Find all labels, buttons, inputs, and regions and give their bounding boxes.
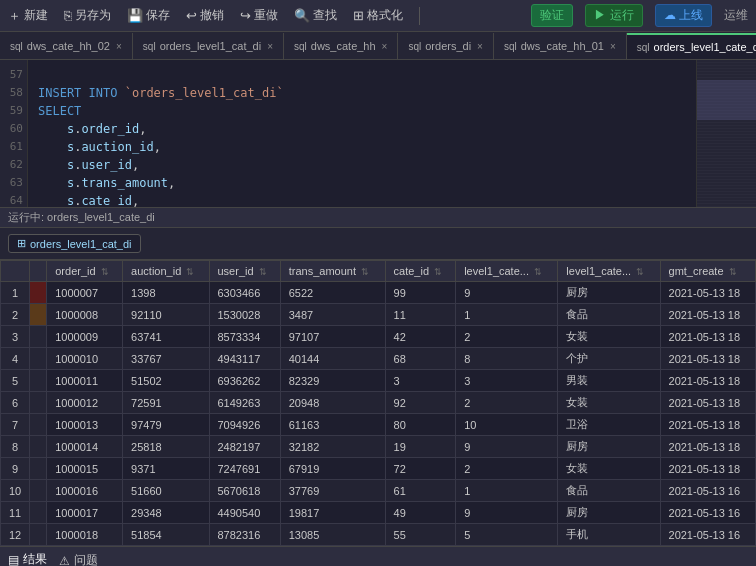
col-user-id[interactable]: user_id ⇅ (209, 261, 280, 282)
new-button[interactable]: ＋ 新建 (8, 7, 48, 25)
cell-level1-name: 手机 (558, 524, 660, 546)
cell-level1-name: 食品 (558, 304, 660, 326)
online-button[interactable]: ☁ 上线 (655, 4, 712, 27)
cell-trans-amount: 61163 (280, 414, 385, 436)
col-level1-cate2[interactable]: level1_cate... ⇅ (558, 261, 660, 282)
row-number: 2 (1, 304, 30, 326)
cell-cate-id: 49 (385, 502, 456, 524)
cell-trans-amount: 97107 (280, 326, 385, 348)
row-number: 5 (1, 370, 30, 392)
col-trans-amount[interactable]: trans_amount ⇅ (280, 261, 385, 282)
tab-close-icon[interactable]: × (477, 41, 483, 52)
cell-level1-name: 女装 (558, 392, 660, 414)
cell-gmt-create: 2021-05-13 16 (660, 502, 755, 524)
cell-cate-id: 99 (385, 282, 456, 304)
tab-orders-level1-cat-di[interactable]: sql orders_level1_cat_di × (133, 33, 284, 59)
cell-cate-id: 72 (385, 458, 456, 480)
cell-cate-id: 68 (385, 348, 456, 370)
cell-auction-id: 63741 (123, 326, 209, 348)
tab-dws-cate-hh[interactable]: sql dws_cate_hh × (284, 33, 398, 59)
cell-auction-id: 97479 (123, 414, 209, 436)
table-toolbar: ⊞ orders_level1_cat_di (0, 228, 756, 260)
col-cate-id[interactable]: cate_id ⇅ (385, 261, 456, 282)
tab-close-icon[interactable]: × (267, 41, 273, 52)
cell-gmt-create: 2021-05-13 18 (660, 436, 755, 458)
code-editor[interactable]: INSERT INTO `orders_level1_cat_di` SELEC… (28, 60, 696, 207)
warn-button[interactable]: 运维 (724, 7, 748, 24)
cell-auction-id: 29348 (123, 502, 209, 524)
cell-gmt-create: 2021-05-13 16 (660, 524, 755, 546)
cell-trans-amount: 40144 (280, 348, 385, 370)
save-as-button[interactable]: ⎘ 另存为 (64, 7, 111, 24)
data-table-container[interactable]: order_id ⇅ auction_id ⇅ user_id ⇅ trans_… (0, 260, 756, 546)
redo-button[interactable]: ↪ 重做 (240, 7, 278, 24)
cell-auction-id: 1398 (123, 282, 209, 304)
cell-auction-id: 9371 (123, 458, 209, 480)
format-button[interactable]: ⊞ 格式化 (353, 7, 403, 24)
cell-order-id: 1000016 (47, 480, 123, 502)
cell-gmt-create: 2021-05-13 18 (660, 326, 755, 348)
cell-trans-amount: 37769 (280, 480, 385, 502)
cell-order-id: 1000017 (47, 502, 123, 524)
results-icon: ▤ (8, 553, 19, 567)
tab-dws-cate-hh-02[interactable]: sql dws_cate_hh_02 × (0, 33, 133, 59)
cell-level1-name: 个护 (558, 348, 660, 370)
cell-user-id: 5670618 (209, 480, 280, 502)
cell-cate-id: 61 (385, 480, 456, 502)
save-button[interactable]: 💾 保存 (127, 7, 170, 24)
cell-trans-amount: 13085 (280, 524, 385, 546)
cell-trans-amount: 20948 (280, 392, 385, 414)
line-numbers: 57 58 59 60 61 62 63 64 (0, 60, 28, 207)
tab-orders-level1-cate-di[interactable]: sql orders_level1_cate_di × (627, 33, 756, 59)
bottom-tab-issues[interactable]: ⚠ 问题 (59, 548, 98, 566)
row-indicator (30, 282, 47, 304)
cell-order-id: 1000011 (47, 370, 123, 392)
table-row: 4 1000010 33767 4943117 40144 68 8 个护 20… (1, 348, 756, 370)
cell-level1-cate: 2 (456, 458, 558, 480)
status-bar: 运行中: orders_level1_cate_di (0, 208, 756, 228)
find-button[interactable]: 🔍 查找 (294, 7, 337, 24)
tab-dws-cate-hh-01[interactable]: sql dws_cate_hh_01 × (494, 33, 627, 59)
tab-close-icon[interactable]: × (382, 41, 388, 52)
cell-user-id: 7247691 (209, 458, 280, 480)
cell-gmt-create: 2021-05-13 18 (660, 282, 755, 304)
bottom-tab-results[interactable]: ▤ 结果 (8, 547, 47, 566)
tab-orders-di[interactable]: sql orders_di × (398, 33, 494, 59)
cell-order-id: 1000015 (47, 458, 123, 480)
cell-order-id: 1000009 (47, 326, 123, 348)
row-number: 1 (1, 282, 30, 304)
cell-gmt-create: 2021-05-13 18 (660, 458, 755, 480)
col-level1-cate[interactable]: level1_cate... ⇅ (456, 261, 558, 282)
editor-minimap (696, 60, 756, 207)
tab-close-icon[interactable]: × (610, 41, 616, 52)
separator1 (419, 7, 420, 25)
cell-level1-name: 卫浴 (558, 414, 660, 436)
issues-icon: ⚠ (59, 554, 70, 567)
cell-level1-name: 男装 (558, 370, 660, 392)
validate-button[interactable]: 验证 (531, 4, 573, 27)
cell-user-id: 7094926 (209, 414, 280, 436)
cell-gmt-create: 2021-05-13 18 (660, 414, 755, 436)
tabs-row: sql dws_cate_hh_02 × sql orders_level1_c… (0, 32, 756, 60)
cell-gmt-create: 2021-05-13 18 (660, 370, 755, 392)
save-icon: 💾 (127, 8, 143, 23)
cell-order-id: 1000014 (47, 436, 123, 458)
cell-level1-name: 厨房 (558, 502, 660, 524)
cell-gmt-create: 2021-05-13 18 (660, 392, 755, 414)
table-row: 3 1000009 63741 8573334 97107 42 2 女装 20… (1, 326, 756, 348)
cell-trans-amount: 6522 (280, 282, 385, 304)
cell-level1-cate: 5 (456, 524, 558, 546)
cell-order-id: 1000018 (47, 524, 123, 546)
cell-cate-id: 92 (385, 392, 456, 414)
col-order-id[interactable]: order_id ⇅ (47, 261, 123, 282)
undo-button[interactable]: ↩ 撤销 (186, 7, 224, 24)
bottom-tabs: ▤ 结果 ⚠ 问题 (0, 546, 756, 566)
cell-level1-cate: 10 (456, 414, 558, 436)
row-indicator (30, 392, 47, 414)
cell-level1-cate: 2 (456, 326, 558, 348)
cell-level1-cate: 9 (456, 436, 558, 458)
tab-close-icon[interactable]: × (116, 41, 122, 52)
run-button[interactable]: ▶ 运行 (585, 4, 642, 27)
col-auction-id[interactable]: auction_id ⇅ (123, 261, 209, 282)
col-gmt-create[interactable]: gmt_create ⇅ (660, 261, 755, 282)
